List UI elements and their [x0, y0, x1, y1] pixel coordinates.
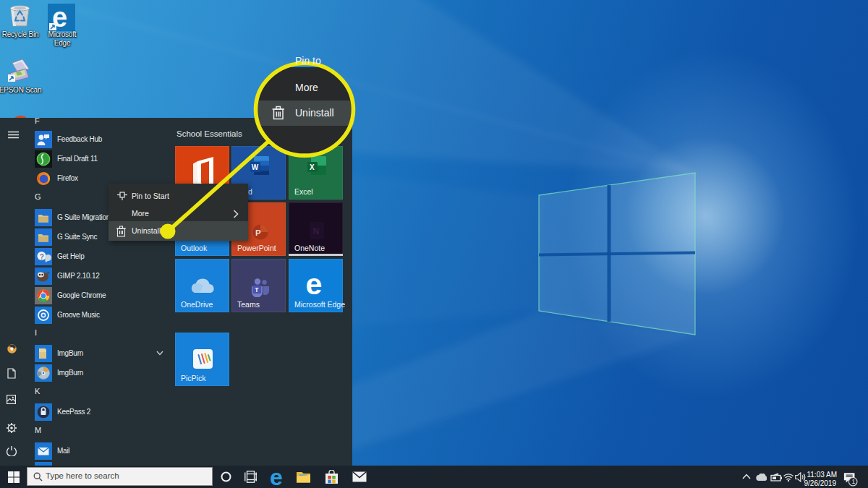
svg-text:e: e: [270, 467, 283, 487]
svg-text:1: 1: [852, 478, 856, 485]
svg-text:Pin to: Pin to: [295, 55, 321, 67]
svg-text:Uninstall: Uninstall: [295, 107, 334, 119]
svg-text:More: More: [295, 82, 318, 93]
